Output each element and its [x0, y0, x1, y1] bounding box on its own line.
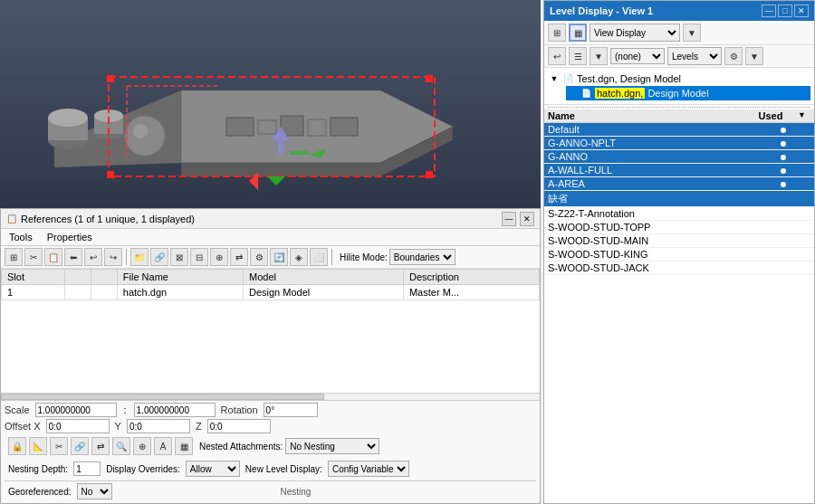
level-row-a-wall-full[interactable]: A-WALL-FULL [544, 164, 814, 177]
offset-y-input[interactable] [127, 419, 190, 433]
svg-rect-23 [426, 75, 433, 82]
level-maximize-button[interactable]: □ [778, 5, 792, 17]
main-viewport [0, 0, 541, 208]
level-name-s-z22: S-Z22-T-Annotation [548, 208, 756, 219]
tree-expand-icon[interactable]: ▼ [550, 74, 559, 83]
level-row-g-anno[interactable]: G-ANNO [544, 150, 814, 164]
levels-select[interactable]: Levels [667, 47, 722, 65]
svg-rect-15 [308, 119, 326, 136]
col-flag2 [91, 270, 118, 285]
tree-child-item[interactable]: 📄 hatch.dgn, Design Model [566, 86, 810, 100]
hilite-mode-label: Hilite Mode: [340, 252, 388, 262]
cell-flag2 [91, 285, 118, 300]
level-tb2-btn2[interactable]: ☰ [569, 47, 587, 65]
tb2-btn9[interactable]: ▦ [175, 437, 193, 455]
toolbar-btn-13[interactable]: ⚙ [250, 248, 268, 266]
close-button[interactable]: ✕ [520, 212, 534, 226]
level-tb2-btn3[interactable]: ⚙ [724, 47, 743, 65]
level-close-button[interactable]: ✕ [794, 5, 809, 17]
hilite-mode-select[interactable]: Boundaries None [389, 249, 455, 265]
level-name-s-wood-king: S-WOOD-STUD-KING [548, 249, 756, 260]
level-tb2-btn1[interactable]: ↩ [548, 47, 566, 65]
properties-menu[interactable]: Properties [44, 231, 95, 243]
level-row-s-wood-topp[interactable]: S-WOOD-STUD-TOPP [544, 221, 814, 234]
tree-root-item[interactable]: ▼ 📄 Test.dgn, Design Model [548, 71, 810, 86]
toolbar-btn-11[interactable]: ⊕ [210, 248, 228, 266]
tb2-btn4[interactable]: 🔗 [71, 437, 89, 455]
new-level-select[interactable]: Config Variable On Off [328, 461, 409, 477]
level-filter-btn[interactable]: ▼ [590, 47, 608, 65]
toolbar-btn-4[interactable]: ⬅ [64, 248, 82, 266]
table-row[interactable]: 1 hatch.dgn Design Model Master M... [2, 285, 540, 300]
georef-select[interactable]: No Yes [77, 483, 112, 499]
tb2-btn7[interactable]: ⊕ [133, 437, 151, 455]
toolbar-btn-15[interactable]: ◈ [290, 248, 308, 266]
offset-z-input[interactable] [207, 419, 271, 433]
used-dot-a-wall-full [781, 168, 786, 174]
svg-point-6 [48, 109, 88, 127]
toolbar-btn-8[interactable]: 🔗 [150, 248, 168, 266]
level-tb1-btn3[interactable]: ▼ [683, 24, 701, 42]
view-display-select[interactable]: View Display [590, 24, 680, 42]
display-overrides-select[interactable]: Allow Disallow [186, 461, 240, 477]
level-row-g-anno-nplt[interactable]: G-ANNO-NPLT [544, 137, 814, 150]
filter-none-select[interactable]: (none) [610, 48, 665, 64]
level-name-g-anno: G-ANNO [548, 151, 756, 162]
separator-1 [126, 249, 127, 265]
toolbar-btn-7[interactable]: 📁 [130, 248, 149, 266]
col-slot: Slot [2, 270, 65, 285]
tb2-btn2[interactable]: 📐 [29, 437, 47, 455]
nesting-depth-input[interactable] [73, 461, 101, 476]
toolbar-btn-16[interactable]: ⬜ [310, 248, 328, 266]
nested-attachments-select[interactable]: No Nesting Copy Attachments [285, 438, 379, 454]
level-tb2-btn4[interactable]: ▼ [745, 47, 763, 65]
offset-z-label: Z [196, 421, 202, 432]
tools-menu[interactable]: Tools [6, 231, 35, 243]
level-tb1-btn2[interactable]: ▦ [569, 24, 587, 42]
toolbar-btn-5[interactable]: ↩ [84, 248, 102, 266]
sort-icon[interactable]: ▼ [798, 110, 810, 121]
level-display-panel: Level Display - View 1 — □ ✕ ⊞ ▦ View Di… [543, 0, 815, 504]
level-used-a-wall-full [756, 165, 810, 176]
level-row-s-wood-main[interactable]: S-WOOD-STUD-MAIN [544, 234, 814, 248]
rotation-input[interactable] [264, 403, 318, 417]
level-name-s-wood-main: S-WOOD-STUD-MAIN [548, 235, 756, 246]
level-row-s-z22[interactable]: S-Z22-T-Annotation [544, 207, 814, 221]
svg-point-11 [133, 124, 148, 138]
toolbar-btn-12[interactable]: ⇄ [230, 248, 248, 266]
level-toolbar1: ⊞ ▦ View Display ▼ [544, 21, 814, 45]
level-row-quesheng[interactable]: 缺省 [544, 191, 814, 207]
scale-x-input[interactable] [35, 403, 117, 417]
level-name-s-wood-jack: S-WOOD-STUD-JACK [548, 262, 756, 273]
svg-rect-16 [331, 118, 358, 136]
toolbar-btn-9[interactable]: ⊠ [170, 248, 188, 266]
level-row-default[interactable]: Default [544, 123, 814, 137]
level-titlebar: Level Display - View 1 — □ ✕ [544, 1, 814, 21]
tb2-btn3[interactable]: ✂ [50, 437, 68, 455]
tb2-btn6[interactable]: 🔍 [112, 437, 130, 455]
level-minimize-button[interactable]: — [762, 5, 776, 17]
toolbar-btn-1[interactable]: ⊞ [5, 248, 23, 266]
offset-x-input[interactable] [46, 419, 110, 433]
level-tb1-btn1[interactable]: ⊞ [548, 24, 566, 42]
tb2-btn1[interactable]: 🔒 [8, 437, 26, 455]
toolbar-btn-2[interactable]: ✂ [24, 248, 43, 266]
scale-y-input[interactable] [134, 403, 216, 417]
toolbar-btn-6[interactable]: ↪ [104, 248, 122, 266]
toolbar-btn-3[interactable]: 📋 [44, 248, 62, 266]
used-dot-g-anno-nplt [781, 141, 786, 147]
toolbar-btn-14[interactable]: 🔄 [270, 248, 288, 266]
georef-row: Georeferenced: No Yes Nesting [5, 480, 536, 501]
tb2-btn8[interactable]: A [154, 437, 172, 455]
level-row-s-wood-jack[interactable]: S-WOOD-STUD-JACK [544, 262, 814, 275]
cell-flag1 [65, 285, 91, 300]
minimize-button[interactable]: — [502, 212, 516, 226]
references-table[interactable]: Slot File Name Model Description 1 hatch… [1, 269, 540, 393]
level-row-s-wood-king[interactable]: S-WOOD-STUD-KING [544, 248, 814, 262]
toolbar-btn-10[interactable]: ⊟ [190, 248, 208, 266]
horizontal-scrollbar[interactable] [1, 393, 540, 400]
level-used-g-anno-nplt [756, 138, 810, 148]
tb2-btn5[interactable]: ⇄ [91, 437, 110, 455]
level-row-a-area[interactable]: A-AREA [544, 177, 814, 191]
level-list[interactable]: Default G-ANNO-NPLT G-ANNO A-WALL-FULL A… [544, 123, 814, 503]
